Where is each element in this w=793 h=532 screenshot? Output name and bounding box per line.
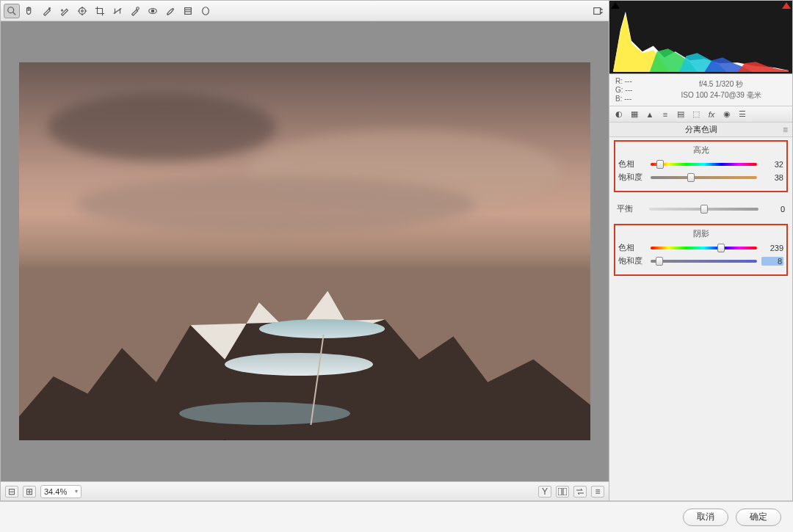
targeted-adjustment-tool-icon[interactable] bbox=[74, 4, 90, 18]
footer: 取消 确定 bbox=[0, 501, 793, 532]
readout-b: B: --- bbox=[615, 95, 656, 103]
radial-filter-tool-icon[interactable] bbox=[198, 4, 214, 18]
swap-button[interactable] bbox=[573, 486, 587, 498]
graduated-filter-tool-icon[interactable] bbox=[180, 4, 196, 18]
top-toolbar bbox=[1, 1, 609, 21]
panel-title-bar: 分离色调 ≡ bbox=[609, 123, 792, 137]
toggle-y-button[interactable]: Y bbox=[538, 486, 551, 498]
highlights-hue-value[interactable]: 32 bbox=[761, 160, 783, 169]
exif-line2: ISO 100 24-70@39 毫米 bbox=[656, 90, 786, 101]
white-balance-tool-icon[interactable] bbox=[39, 4, 55, 18]
panel-title: 分离色调 bbox=[685, 124, 717, 135]
shadows-hue-slider[interactable] bbox=[651, 243, 757, 253]
highlights-hue-slider[interactable] bbox=[651, 159, 757, 170]
tab-lens-icon[interactable]: ⬚ bbox=[689, 109, 703, 120]
svg-point-5 bbox=[79, 7, 86, 14]
highlights-hue-label: 色相 bbox=[618, 158, 646, 170]
crop-tool-icon[interactable] bbox=[92, 4, 108, 18]
balance-group: 平衡 0 bbox=[614, 198, 788, 218]
histogram[interactable] bbox=[609, 1, 792, 74]
balance-label: 平衡 bbox=[617, 203, 645, 214]
highlights-group: 高光 色相 32 饱和度 38 bbox=[614, 140, 788, 192]
readout-r: R: --- bbox=[615, 77, 656, 85]
status-bar: ⊟ ⊞ 34.4%▾ Y ≡ bbox=[1, 481, 609, 500]
exif-line1: f/4.5 1/320 秒 bbox=[656, 79, 786, 90]
shadows-hue-value[interactable]: 239 bbox=[761, 244, 783, 252]
tab-curve-icon[interactable]: ▦ bbox=[628, 109, 641, 120]
spot-removal-tool-icon[interactable] bbox=[127, 4, 143, 18]
highlights-sat-slider[interactable] bbox=[651, 172, 757, 183]
adjustment-brush-tool-icon[interactable] bbox=[162, 4, 178, 18]
tab-fx-icon[interactable]: fx bbox=[705, 109, 718, 120]
settings-button[interactable]: ≡ bbox=[591, 486, 604, 498]
svg-point-16 bbox=[151, 10, 154, 12]
ok-button[interactable]: 确定 bbox=[736, 509, 781, 526]
zoom-out-button[interactable]: ⊟ bbox=[5, 486, 18, 498]
highlights-sat-label: 饱和度 bbox=[618, 172, 646, 183]
readout-g: G: --- bbox=[615, 86, 656, 94]
tab-presets-icon[interactable]: ☰ bbox=[736, 109, 749, 120]
svg-line-1 bbox=[13, 12, 16, 15]
red-eye-tool-icon[interactable] bbox=[145, 4, 161, 18]
shadows-sat-value[interactable]: 8 bbox=[761, 257, 783, 266]
straighten-tool-icon[interactable] bbox=[109, 4, 126, 18]
color-sampler-tool-icon[interactable] bbox=[57, 4, 73, 18]
svg-point-20 bbox=[203, 7, 209, 15]
shadows-group: 阴影 色相 239 饱和度 8 bbox=[614, 224, 788, 276]
svg-rect-21 bbox=[594, 7, 601, 14]
svg-rect-26 bbox=[558, 488, 562, 495]
zoom-tool-icon[interactable] bbox=[4, 4, 20, 18]
image-canvas[interactable] bbox=[1, 21, 609, 481]
cancel-button[interactable]: 取消 bbox=[683, 509, 728, 526]
tab-split-toning-icon[interactable]: ▤ bbox=[674, 109, 687, 120]
balance-slider[interactable] bbox=[649, 204, 758, 214]
svg-point-0 bbox=[8, 7, 14, 12]
open-preferences-icon[interactable] bbox=[590, 4, 606, 18]
shadows-title: 阴影 bbox=[618, 228, 783, 239]
photo-preview bbox=[19, 62, 590, 440]
zoom-level-dropdown[interactable]: 34.4%▾ bbox=[40, 485, 82, 498]
panel-tabs: ◐ ▦ ▲ ≡ ▤ ⬚ fx ◉ ☰ bbox=[609, 106, 792, 123]
before-after-button[interactable] bbox=[556, 486, 569, 498]
balance-value[interactable]: 0 bbox=[763, 205, 785, 214]
svg-rect-27 bbox=[563, 488, 567, 495]
svg-point-6 bbox=[82, 10, 84, 12]
exif-info: R: --- G: --- B: --- f/4.5 1/320 秒 ISO 1… bbox=[609, 74, 792, 106]
svg-point-14 bbox=[137, 7, 140, 10]
split-toning-panel: 高光 色相 32 饱和度 38 平衡 0 阴影 色相 239 bbox=[609, 137, 792, 285]
svg-rect-17 bbox=[185, 7, 192, 14]
hand-tool-icon[interactable] bbox=[21, 4, 37, 18]
panel-menu-icon[interactable]: ≡ bbox=[783, 125, 788, 135]
zoom-in-button[interactable]: ⊞ bbox=[23, 486, 36, 498]
shadows-sat-slider[interactable] bbox=[651, 256, 757, 266]
tab-camera-icon[interactable]: ◉ bbox=[720, 109, 734, 120]
tab-hsl-icon[interactable]: ≡ bbox=[659, 109, 672, 120]
tab-basic-icon[interactable]: ◐ bbox=[612, 109, 626, 120]
svg-point-2 bbox=[49, 7, 51, 9]
highlights-sat-value[interactable]: 38 bbox=[761, 173, 783, 182]
shadows-hue-label: 色相 bbox=[618, 242, 646, 253]
tab-detail-icon[interactable]: ▲ bbox=[643, 109, 656, 120]
shadows-sat-label: 饱和度 bbox=[618, 255, 646, 266]
highlights-title: 高光 bbox=[618, 145, 783, 156]
